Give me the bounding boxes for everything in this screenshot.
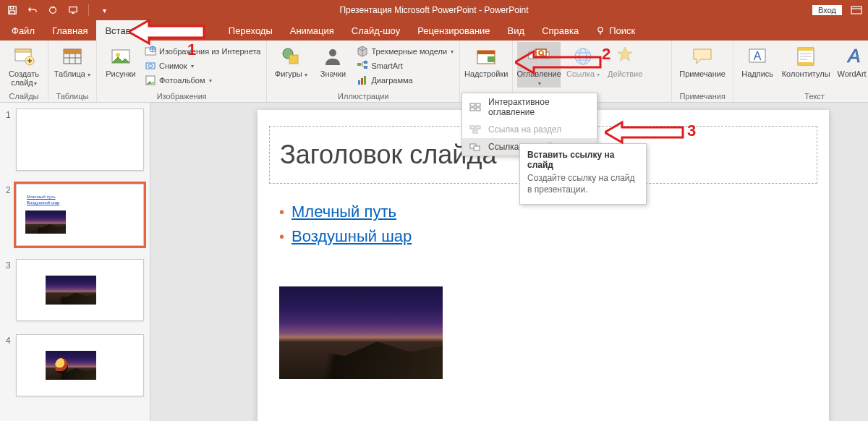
svg-rect-56 bbox=[470, 126, 475, 129]
bullet-icon: • bbox=[279, 229, 284, 244]
thumb-3[interactable]: 3 bbox=[0, 256, 150, 331]
svg-rect-11 bbox=[64, 49, 81, 54]
group-comments: Примечание Примечания bbox=[672, 41, 733, 102]
slide-image[interactable] bbox=[279, 286, 443, 379]
link-button[interactable]: Ссылка ▾ bbox=[563, 42, 603, 79]
action-icon bbox=[613, 45, 637, 68]
group-label-comments: Примечания bbox=[676, 92, 728, 102]
redo-icon[interactable] bbox=[48, 5, 58, 15]
svg-rect-2 bbox=[10, 11, 15, 14]
slideshow-from-start-icon[interactable] bbox=[68, 5, 78, 15]
chart-button[interactable]: Диаграмма bbox=[355, 74, 455, 87]
tab-help[interactable]: Справка bbox=[533, 20, 587, 41]
smartart-button[interactable]: SmartArt bbox=[355, 59, 455, 72]
ribbon-display-options-icon[interactable] bbox=[851, 5, 862, 15]
thumb-4[interactable]: 4 bbox=[0, 331, 150, 407]
svg-rect-20 bbox=[289, 55, 298, 64]
group-label-illustrations: Иллюстрации bbox=[271, 92, 455, 102]
tell-me-search[interactable]: Поиск bbox=[587, 20, 635, 41]
undo-icon[interactable] bbox=[27, 5, 38, 15]
dd-interactive-toc[interactable]: Интерактивное оглавление bbox=[462, 93, 597, 121]
svg-text:A: A bbox=[754, 50, 762, 62]
group-tables: Таблица ▾ Таблицы bbox=[48, 41, 97, 102]
toc-button[interactable]: Оглавление ▾ bbox=[517, 42, 561, 88]
tab-home[interactable]: Главная bbox=[43, 20, 96, 41]
addins-icon bbox=[475, 45, 498, 68]
pictures-button[interactable]: Рисунки bbox=[101, 42, 140, 78]
link-icon bbox=[571, 45, 595, 68]
header-footer-icon bbox=[794, 45, 817, 68]
tab-animation[interactable]: Анимация bbox=[281, 20, 343, 41]
save-icon[interactable] bbox=[7, 5, 17, 15]
tell-me-label: Поиск bbox=[609, 25, 635, 36]
photo-album-button[interactable]: Фотоальбом▾ bbox=[143, 74, 262, 87]
screenshot-button[interactable]: Снимок▾ bbox=[143, 59, 262, 72]
svg-rect-23 bbox=[364, 61, 367, 64]
ribbon-tabs: Файл Главная Вставка Переходы Анимация С… bbox=[0, 20, 868, 41]
qat-separator bbox=[88, 4, 89, 16]
svg-text:A: A bbox=[846, 45, 860, 67]
thumb2-image bbox=[25, 210, 66, 234]
3d-models-button[interactable]: Трехмерные модели ▾ bbox=[355, 45, 455, 58]
tab-view[interactable]: Вид bbox=[499, 20, 534, 41]
titlebar: ▾ Презентация Microsoft PowerPoint - Pow… bbox=[0, 0, 868, 20]
new-slide-button[interactable]: Создать слайд▾ bbox=[4, 42, 43, 88]
ribbon: Создать слайд▾ Слайды Таблица ▾ Таблицы … bbox=[0, 41, 868, 103]
thumb-1[interactable]: 1 bbox=[0, 106, 150, 181]
svg-rect-5 bbox=[851, 7, 861, 14]
group-text: A Надпись Колонтитулы A WordArt ▾ # bbox=[733, 41, 868, 102]
pictures-icon bbox=[109, 45, 132, 68]
svg-rect-54 bbox=[470, 108, 475, 111]
tab-slideshow[interactable]: Слайд-шоу bbox=[343, 20, 409, 41]
group-label-images: Изображения bbox=[101, 92, 262, 102]
tab-transitions[interactable]: Переходы bbox=[149, 20, 281, 41]
table-button[interactable]: Таблица ▾ bbox=[53, 42, 92, 79]
svg-rect-55 bbox=[476, 108, 480, 111]
textbox-button[interactable]: A Надпись bbox=[738, 42, 777, 78]
window-title: Презентация Microsoft PowerPoint - Power… bbox=[339, 5, 528, 15]
main-area: 1 2 Млечный путь Воздушный шар 3 4 bbox=[0, 103, 868, 421]
wordart-icon: A bbox=[843, 45, 866, 68]
header-footer-button[interactable]: Колонтитулы bbox=[780, 42, 832, 78]
new-slide-icon bbox=[12, 45, 35, 68]
tab-review[interactable]: Рецензирование bbox=[409, 20, 498, 41]
toc-icon bbox=[527, 45, 550, 68]
dd-section-link: Ссылка на раздел bbox=[462, 121, 597, 138]
shapes-icon bbox=[279, 45, 302, 68]
svg-rect-4 bbox=[69, 7, 77, 12]
svg-rect-29 bbox=[477, 51, 495, 54]
group-label-text: Текст bbox=[738, 92, 868, 102]
svg-rect-60 bbox=[474, 146, 480, 150]
login-button[interactable]: Вход bbox=[812, 5, 842, 15]
svg-rect-25 bbox=[358, 80, 360, 85]
thumb-2[interactable]: 2 Млечный путь Воздушный шар bbox=[0, 181, 150, 256]
thumb4-image bbox=[46, 351, 96, 380]
shapes-button[interactable]: Фигуры ▾ bbox=[271, 42, 310, 79]
tab-insert[interactable]: Вставка bbox=[96, 20, 148, 41]
bullet-icon: • bbox=[279, 204, 284, 220]
svg-rect-26 bbox=[361, 78, 363, 85]
qat-customize-icon[interactable]: ▾ bbox=[99, 5, 109, 15]
slide-thumbnails: 1 2 Млечный путь Воздушный шар 3 4 bbox=[0, 103, 150, 421]
tooltip-body: Создайте ссылку на слайд в презентации. bbox=[527, 173, 639, 195]
icons-button[interactable]: Значки bbox=[313, 42, 352, 78]
comment-button[interactable]: Примечание bbox=[676, 42, 728, 78]
addins-button[interactable]: Надстройки bbox=[464, 42, 508, 78]
tab-file[interactable]: Файл bbox=[3, 20, 43, 41]
link-2[interactable]: Воздушный шар bbox=[292, 227, 412, 245]
svg-rect-53 bbox=[476, 103, 480, 106]
wordart-button[interactable]: A WordArt ▾ bbox=[835, 42, 868, 79]
tooltip-title: Вставить ссылку на слайд bbox=[527, 150, 639, 170]
svg-rect-40 bbox=[798, 48, 814, 51]
link-1[interactable]: Млечный путь bbox=[292, 203, 396, 221]
group-label-tables: Таблицы bbox=[53, 92, 92, 102]
textbox-icon: A bbox=[746, 45, 769, 68]
svg-point-13 bbox=[116, 53, 120, 57]
svg-rect-27 bbox=[364, 76, 366, 85]
comment-icon bbox=[691, 45, 714, 68]
action-button[interactable]: Действие bbox=[605, 42, 644, 78]
svg-rect-8 bbox=[15, 49, 31, 52]
content-links: •Млечный путь •Воздушный шар bbox=[279, 203, 412, 252]
svg-rect-22 bbox=[357, 63, 361, 66]
online-pictures-button[interactable]: Изображения из Интернета bbox=[143, 45, 262, 58]
